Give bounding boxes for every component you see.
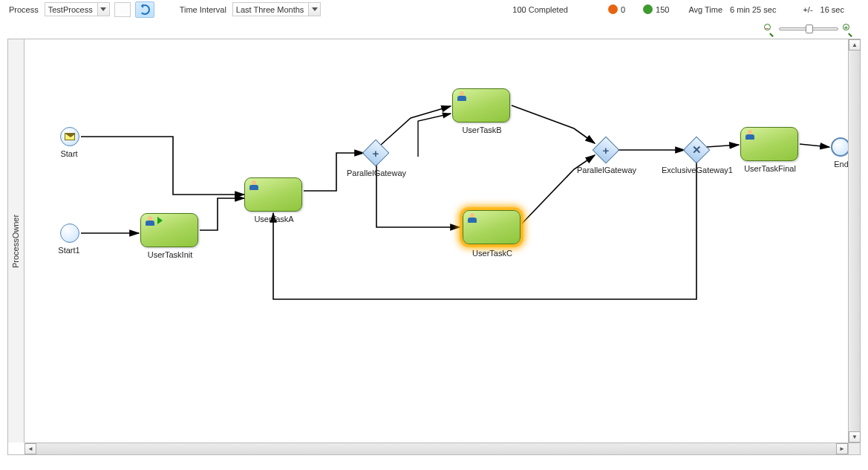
- status-red: 0: [608, 4, 625, 14]
- vertical-scroll-track[interactable]: [849, 50, 860, 431]
- zoom-bar: – +: [0, 21, 868, 37]
- stddev-label: +/-: [801, 5, 814, 14]
- task-usertaska-label: UserTaskA: [229, 215, 319, 223]
- user-icon: [457, 91, 467, 102]
- zoom-slider[interactable]: [779, 27, 838, 30]
- task-usertaskb[interactable]: [452, 88, 510, 123]
- scrollbar-corner: [848, 443, 860, 454]
- swimlane-header[interactable]: ProcessOwner: [8, 39, 25, 443]
- scroll-right-arrow-icon[interactable]: ►: [836, 443, 848, 454]
- process-label: Process: [7, 5, 40, 14]
- scroll-down-arrow-icon[interactable]: ▼: [849, 431, 861, 443]
- scroll-up-arrow-icon[interactable]: ▲: [849, 39, 861, 50]
- interval-select[interactable]: Last Three Months: [232, 2, 322, 16]
- message-icon: [65, 133, 75, 140]
- status-dot-red: [608, 4, 618, 14]
- scroll-left-arrow-icon[interactable]: ◄: [25, 443, 36, 454]
- dropdown-arrow-icon: [308, 3, 320, 16]
- refresh-button[interactable]: [135, 1, 154, 18]
- status-green-count: 150: [656, 5, 669, 14]
- start-event-label: Start: [25, 149, 114, 158]
- task-usertaskinit[interactable]: [140, 213, 198, 247]
- toolbar-button-blank[interactable]: [114, 2, 131, 17]
- play-marker-icon: [157, 217, 163, 224]
- interval-select-value: Last Three Months: [236, 5, 309, 14]
- task-usertaskc[interactable]: [463, 210, 521, 244]
- avg-time-label: Avg Time: [687, 5, 724, 14]
- user-icon: [745, 130, 755, 140]
- task-usertaskfinal[interactable]: [740, 127, 798, 161]
- toolbar: Process TestProcess Time Interval Last T…: [0, 0, 868, 21]
- avg-time-value: 6 min 25 sec: [728, 5, 777, 14]
- task-usertaskinit-label: UserTaskInit: [125, 250, 215, 259]
- gateway-x-icon: ✕: [688, 141, 705, 159]
- diagram-panel: ProcessOwner: [7, 39, 861, 455]
- start-event-message[interactable]: [60, 127, 79, 146]
- gateway-plus-icon: +: [597, 141, 615, 159]
- zoom-in-button[interactable]: +: [843, 24, 853, 34]
- gateway-exclusive-1-label: ExclusiveGateway1: [653, 166, 742, 174]
- start1-event-label: Start1: [25, 246, 114, 255]
- status-green: 150: [643, 4, 669, 14]
- interval-label: Time Interval: [178, 5, 228, 14]
- process-select[interactable]: TestProcess: [45, 2, 110, 16]
- vertical-scrollbar[interactable]: ▲ ▼: [848, 39, 860, 443]
- task-usertaska[interactable]: [244, 177, 302, 212]
- refresh-icon: [140, 4, 150, 15]
- horizontal-scrollbar[interactable]: ◄ ►: [25, 443, 848, 454]
- dropdown-arrow-icon: [97, 3, 109, 16]
- status-dot-green: [643, 4, 653, 14]
- user-icon: [467, 213, 477, 223]
- gateway-parallel-2-label: ParallelGateway: [562, 166, 651, 174]
- zoom-slider-thumb[interactable]: [806, 25, 813, 33]
- task-usertaskb-label: UserTaskB: [437, 125, 526, 134]
- gateway-parallel-1-label: ParallelGateway: [332, 169, 421, 177]
- process-select-value: TestProcess: [48, 5, 97, 14]
- task-usertaskc-label: UserTaskC: [448, 249, 537, 258]
- completed-count: 100 Completed: [511, 5, 570, 14]
- swimlane-name: ProcessOwner: [12, 214, 21, 267]
- status-red-count: 0: [621, 5, 625, 14]
- end-event[interactable]: [831, 137, 848, 157]
- gateway-plus-icon: +: [367, 144, 385, 162]
- user-icon: [249, 180, 259, 191]
- user-icon: [145, 216, 155, 226]
- start-event[interactable]: [60, 223, 79, 243]
- stddev-value: 16 sec: [819, 5, 846, 14]
- zoom-out-button[interactable]: –: [764, 24, 774, 34]
- horizontal-scroll-track[interactable]: [36, 443, 836, 454]
- diagram-canvas[interactable]: Start Start1 End UserTaskInit UserTaskA …: [25, 39, 848, 443]
